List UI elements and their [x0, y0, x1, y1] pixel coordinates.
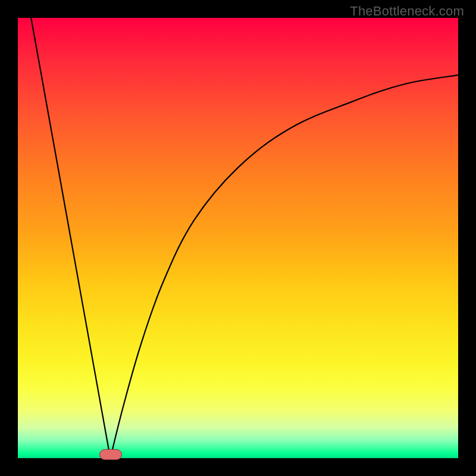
bottleneck-marker [99, 449, 122, 460]
chart-container: TheBottleneck.com [0, 0, 476, 476]
curve-layer [18, 18, 458, 458]
curve-path [31, 18, 458, 458]
watermark-text: TheBottleneck.com [350, 4, 464, 19]
